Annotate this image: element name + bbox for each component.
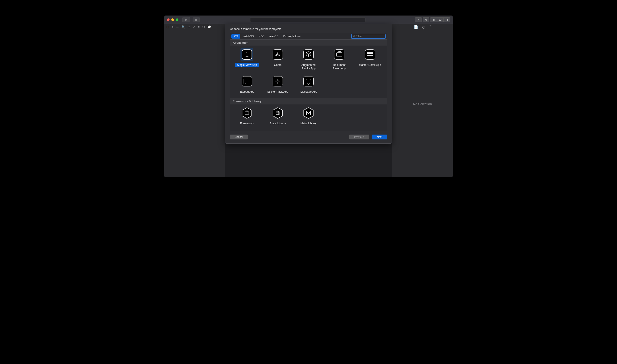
sidebar-left-icon: ◧ <box>432 18 435 21</box>
source-control-navigator-icon[interactable]: ⎈ <box>172 25 174 29</box>
framework-grid: Framework Static Library M <box>230 104 387 130</box>
template-label: Static Library <box>268 121 288 126</box>
template-metal-library[interactable]: Metal Library <box>294 107 323 126</box>
minimize-window-button[interactable] <box>171 18 174 21</box>
message-bubble-icon <box>303 76 314 86</box>
sheet-footer: Cancel Previous Next <box>230 131 387 140</box>
static-library-hex-icon <box>273 108 283 118</box>
section-header-framework: Framework & Library <box>230 98 387 104</box>
svg-marker-8 <box>304 107 313 118</box>
activity-view <box>250 17 365 22</box>
inspector-body: No Selection <box>392 30 453 177</box>
toggle-debug-button[interactable]: ⬓ <box>437 17 443 22</box>
platform-tab-crossplatform[interactable]: Cross-platform <box>281 34 303 39</box>
file-inspector-icon[interactable]: 📄 <box>414 25 418 29</box>
titlebar-right: ＋ ⇆ ◧ ⬓ ◨ <box>415 17 450 22</box>
template-label: Sticker Pack App <box>266 90 290 94</box>
template-document-app[interactable]: Document Based App <box>325 48 353 71</box>
stop-button[interactable]: ■ <box>193 17 200 22</box>
symbol-navigator-icon[interactable]: ☰ <box>176 25 179 29</box>
game-icon: 🕹 <box>273 50 283 60</box>
debug-navigator-icon[interactable]: ≡ <box>198 25 200 29</box>
report-navigator-icon[interactable]: 💬 <box>207 25 211 29</box>
filter-icon: ⊜ <box>353 35 355 38</box>
cancel-button[interactable]: Cancel <box>230 135 248 139</box>
next-button[interactable]: Next <box>372 135 387 139</box>
panel-toggle-group: ◧ ⬓ ◨ <box>430 17 450 22</box>
zoom-window-button[interactable] <box>176 18 179 21</box>
navigator-tabs: ▢ ⎈ ☰ 🔍 ⚠ ◇ ≡ ⬠ 💬 <box>164 24 225 30</box>
platform-tabs: iOS watchOS tvOS macOS Cross-platform ⊜ <box>230 33 387 40</box>
platform-tab-macos[interactable]: macOS <box>267 34 280 39</box>
window-controls <box>167 18 179 21</box>
no-selection-label: No Selection <box>413 102 432 106</box>
titlebar: ▶ ■ ＋ ⇆ ◧ ⬓ ◨ <box>164 15 453 24</box>
inspector-pane: 📄 ◷ ? No Selection <box>392 24 453 177</box>
section-body-application: 1 Single View App 🕹 Game Augmented Reali… <box>230 46 387 98</box>
framework-hex-icon <box>242 108 252 118</box>
issue-navigator-icon[interactable]: ⚠ <box>188 25 190 29</box>
template-static-library[interactable]: Static Library <box>264 107 292 126</box>
template-imessage-app[interactable]: iMessage App <box>294 75 323 94</box>
template-ar-app[interactable]: Augmented Reality App <box>294 48 323 71</box>
template-label: Framework <box>238 121 256 126</box>
find-navigator-icon[interactable]: 🔍 <box>181 25 185 29</box>
template-label: Single View App <box>235 63 259 67</box>
filter-input[interactable] <box>356 35 387 38</box>
metal-hex-icon <box>303 108 314 118</box>
master-detail-icon <box>365 50 375 60</box>
template-label: iMessage App <box>298 90 319 94</box>
history-inspector-icon[interactable]: ◷ <box>422 25 425 29</box>
template-master-detail[interactable]: Master-Detail App <box>356 48 384 71</box>
titlebar-center <box>202 17 413 22</box>
library-button[interactable]: ＋ <box>415 17 422 22</box>
section-header-application: Application <box>230 40 387 46</box>
template-label: Augmented Reality App <box>300 63 317 71</box>
template-chooser: iOS watchOS tvOS macOS Cross-platform ⊜ … <box>230 33 387 131</box>
ar-cube-icon <box>303 50 314 60</box>
folder-icon <box>334 50 344 60</box>
template-label: Master-Detail App <box>357 63 383 67</box>
template-sticker-pack[interactable]: Sticker Pack App <box>264 75 292 94</box>
template-game[interactable]: 🕹 Game <box>264 48 292 71</box>
svg-marker-0 <box>242 107 252 118</box>
template-label: Tabbed App <box>238 90 256 94</box>
bottom-panel-icon: ⬓ <box>439 18 441 21</box>
sidebar-right-icon: ◨ <box>446 18 448 21</box>
inspector-tabs: 📄 ◷ ? <box>392 24 453 30</box>
sticker-grid-icon <box>273 76 283 86</box>
single-view-icon: 1 <box>242 50 252 60</box>
project-navigator-icon[interactable]: ▢ <box>167 25 169 29</box>
platform-tab-tvos[interactable]: tvOS <box>257 34 267 39</box>
arrows-icon: ⇆ <box>425 18 427 21</box>
play-icon: ▶ <box>185 17 188 22</box>
test-navigator-icon[interactable]: ◇ <box>193 25 195 29</box>
application-grid: 1 Single View App 🕹 Game Augmented Reali… <box>230 46 387 98</box>
breakpoint-navigator-icon[interactable]: ⬠ <box>202 25 205 29</box>
stop-icon: ■ <box>195 18 197 22</box>
new-project-sheet: Choose a template for your new project: … <box>225 24 392 144</box>
toggle-navigator-button[interactable]: ◧ <box>430 17 437 22</box>
template-label: Document Based App <box>331 63 348 71</box>
code-review-button[interactable]: ⇆ <box>423 17 429 22</box>
platform-tab-ios[interactable]: iOS <box>231 34 240 39</box>
toggle-inspector-button[interactable]: ◨ <box>443 17 450 22</box>
tabbar-icon: ★ • • • <box>242 76 252 86</box>
filter-field[interactable]: ⊜ <box>351 34 386 39</box>
template-tabbed-app[interactable]: ★ • • • Tabbed App <box>233 75 261 94</box>
run-button[interactable]: ▶ <box>182 17 190 22</box>
template-single-view-app[interactable]: 1 Single View App <box>233 48 261 71</box>
platform-tab-watchos[interactable]: watchOS <box>241 34 256 39</box>
sheet-title: Choose a template for your new project: <box>230 27 387 31</box>
previous-button[interactable]: Previous <box>349 135 370 139</box>
help-inspector-icon[interactable]: ? <box>429 25 431 29</box>
section-body-framework: Framework Static Library M <box>230 104 387 130</box>
svg-marker-3 <box>273 107 283 118</box>
template-label: Game <box>272 63 283 67</box>
navigator-pane: ▢ ⎈ ☰ 🔍 ⚠ ◇ ≡ ⬠ 💬 <box>164 24 225 177</box>
window-body: ▢ ⎈ ☰ 🔍 ⚠ ◇ ≡ ⬠ 💬 📄 ◷ ? No Selection <box>164 24 453 177</box>
template-label: Metal Library <box>299 121 318 126</box>
close-window-button[interactable] <box>167 18 169 21</box>
template-framework[interactable]: Framework <box>233 107 261 126</box>
plus-icon: ＋ <box>417 18 420 22</box>
